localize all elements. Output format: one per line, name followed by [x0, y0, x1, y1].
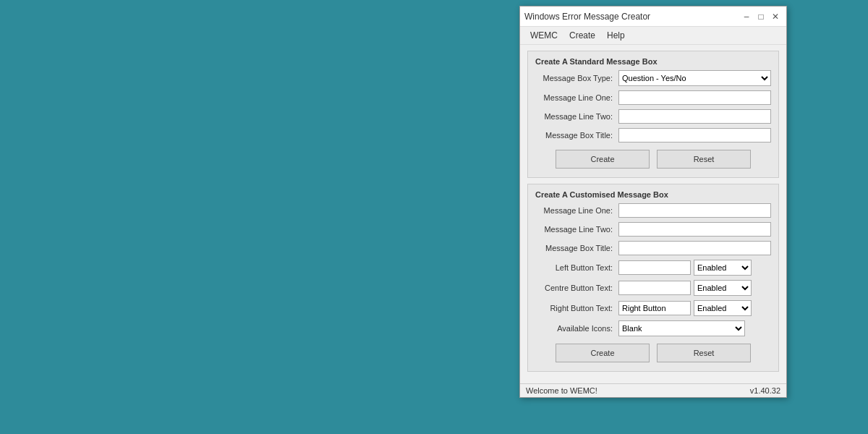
available-icons-row: Available Icons: Blank Information Warni…	[535, 320, 771, 336]
centre-button-state-select[interactable]: Enabled Disabled Hidden	[694, 280, 752, 296]
left-button-row: Left Button Text: Enabled Disabled Hidde…	[535, 260, 771, 276]
main-window: Windows Error Message Creator – □ ✕ WEMC…	[519, 6, 787, 398]
minimize-button[interactable]: –	[740, 10, 753, 23]
std-message-line-one-input[interactable]	[618, 90, 771, 105]
message-box-type-label: Message Box Type:	[535, 74, 618, 82]
std-message-line-two-row: Message Line Two:	[535, 109, 771, 124]
menu-create[interactable]: Create	[563, 28, 601, 43]
menu-wemc[interactable]: WEMC	[524, 28, 563, 43]
cust-create-button[interactable]: Create	[556, 344, 650, 362]
standard-section: Create A Standard Message Box Message Bo…	[527, 51, 779, 178]
available-icons-select[interactable]: Blank Information Warning Error Question	[618, 320, 745, 336]
message-box-type-row: Message Box Type: Question - Yes/No Info…	[535, 70, 771, 86]
right-button-input[interactable]	[618, 301, 691, 315]
cust-message-box-title-row: Message Box Title:	[535, 241, 771, 255]
cust-message-box-title-label: Message Box Title:	[535, 244, 618, 252]
left-button-input[interactable]	[618, 260, 691, 275]
cust-message-line-two-input[interactable]	[618, 222, 771, 237]
std-message-box-title-label: Message Box Title:	[535, 131, 618, 140]
window-controls: – □ ✕	[740, 10, 782, 23]
custom-section: Create A Customised Message Box Message …	[527, 184, 779, 372]
std-message-box-title-row: Message Box Title:	[535, 128, 771, 142]
cust-message-box-title-input[interactable]	[618, 241, 771, 255]
cust-button-row: Create Reset	[535, 341, 771, 365]
std-create-button[interactable]: Create	[556, 150, 650, 169]
right-button-label: Right Button Text:	[535, 304, 618, 312]
version-label: v1.40.32	[750, 386, 780, 395]
menu-bar: WEMC Create Help	[520, 27, 786, 45]
custom-section-title: Create A Customised Message Box	[535, 190, 771, 199]
main-panel: Create A Standard Message Box Message Bo…	[520, 45, 786, 383]
right-button-state-select[interactable]: Enabled Disabled Hidden	[694, 300, 752, 316]
left-button-label: Left Button Text:	[535, 263, 618, 272]
std-message-line-two-input[interactable]	[618, 109, 771, 124]
std-message-line-one-row: Message Line One:	[535, 90, 771, 105]
close-button[interactable]: ✕	[769, 10, 782, 23]
cust-message-line-two-row: Message Line Two:	[535, 222, 771, 237]
left-button-state-select[interactable]: Enabled Disabled Hidden	[694, 260, 752, 276]
cust-message-line-one-row: Message Line One:	[535, 203, 771, 218]
cust-message-line-one-label: Message Line One:	[535, 206, 618, 215]
std-button-row: Create Reset	[535, 147, 771, 171]
standard-section-title: Create A Standard Message Box	[535, 57, 771, 66]
message-box-type-select[interactable]: Question - Yes/No Information - OK Warni…	[618, 70, 771, 86]
status-bar: Welcome to WEMC! v1.40.32	[520, 383, 786, 397]
std-reset-button[interactable]: Reset	[657, 150, 751, 169]
cust-message-line-two-label: Message Line Two:	[535, 225, 618, 234]
cust-message-line-one-input[interactable]	[618, 203, 771, 218]
menu-help[interactable]: Help	[601, 28, 631, 43]
centre-button-row: Centre Button Text: Enabled Disabled Hid…	[535, 280, 771, 296]
cust-reset-button[interactable]: Reset	[657, 344, 751, 362]
right-button-row: Right Button Text: Enabled Disabled Hidd…	[535, 300, 771, 316]
window-title: Windows Error Message Creator	[524, 12, 650, 22]
maximize-button[interactable]: □	[754, 10, 767, 23]
available-icons-label: Available Icons:	[535, 324, 618, 333]
std-message-box-title-input[interactable]	[618, 128, 771, 142]
std-message-line-one-label: Message Line One:	[535, 93, 618, 102]
std-message-line-two-label: Message Line Two:	[535, 112, 618, 121]
title-bar: Windows Error Message Creator – □ ✕	[520, 7, 786, 27]
status-message: Welcome to WEMC!	[526, 386, 597, 395]
centre-button-label: Centre Button Text:	[535, 284, 618, 292]
centre-button-input[interactable]	[618, 281, 691, 295]
